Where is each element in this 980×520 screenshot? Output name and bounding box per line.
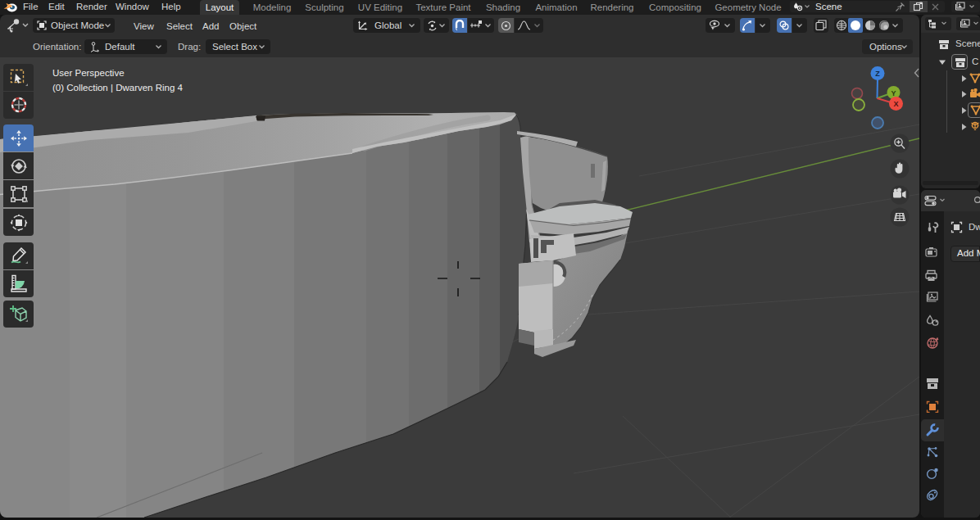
svg-text:User Perspective: User Perspective [52,68,125,78]
svg-text:X: X [893,100,898,108]
svg-text:Z: Z [875,70,880,78]
svg-text:(0) Collection | Dwarven Ring: (0) Collection | Dwarven Ring 4 [52,83,184,93]
svg-text:Y: Y [891,89,896,97]
